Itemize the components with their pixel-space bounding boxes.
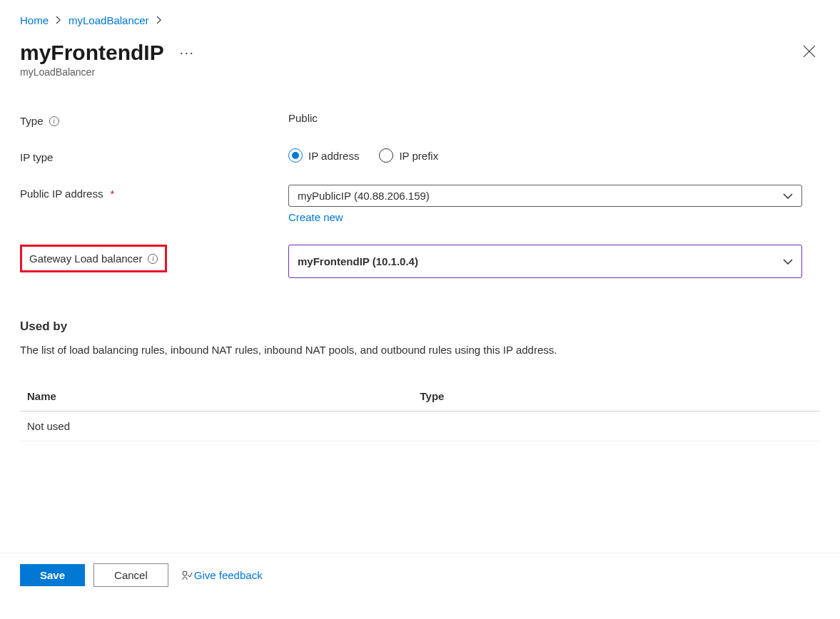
give-feedback-link[interactable]: Give feedback [181, 569, 263, 581]
more-actions-button[interactable]: ··· [177, 44, 198, 62]
used-by-table: Name Type Not used [20, 382, 820, 441]
chevron-right-icon [156, 15, 162, 26]
public-ip-label: Public IP address [20, 188, 103, 200]
table-row: Not used [20, 411, 820, 441]
ip-type-label: IP type [20, 151, 53, 163]
chevron-down-icon [783, 193, 793, 199]
gateway-label: Gateway Load balancer [29, 252, 142, 265]
table-cell-name: Not used [27, 420, 420, 432]
gateway-value: myFrontendIP (10.1.0.4) [298, 255, 418, 267]
info-icon[interactable]: i [49, 116, 59, 126]
save-button[interactable]: Save [20, 564, 85, 586]
radio-ip-address[interactable]: IP address [288, 148, 359, 163]
used-by-heading: Used by [20, 319, 820, 334]
table-header-row: Name Type [20, 382, 820, 411]
create-new-link[interactable]: Create new [288, 211, 343, 223]
type-value: Public [288, 112, 318, 124]
used-by-description: The list of load balancing rules, inboun… [20, 344, 820, 356]
page-subtitle: myLoadBalancer [20, 66, 198, 78]
table-cell-type [420, 420, 814, 432]
info-icon[interactable]: i [148, 254, 158, 264]
column-type: Type [420, 390, 814, 402]
close-button[interactable] [799, 41, 820, 64]
public-ip-value: myPublicIP (40.88.206.159) [298, 190, 430, 202]
gateway-label-highlight: Gateway Load balancer i [20, 245, 167, 272]
page-title: myFrontendIP [20, 41, 164, 65]
type-label: Type [20, 115, 44, 127]
ip-type-radio-group: IP address IP prefix [288, 148, 802, 163]
chevron-right-icon [56, 15, 61, 26]
feedback-text: Give feedback [194, 569, 263, 581]
breadcrumb-parent[interactable]: myLoadBalancer [69, 14, 149, 26]
radio-ip-address-label: IP address [308, 150, 359, 162]
radio-icon [288, 148, 303, 163]
footer-bar: Save Cancel Give feedback [0, 553, 840, 597]
radio-ip-prefix-label: IP prefix [399, 150, 438, 162]
cancel-button[interactable]: Cancel [93, 563, 168, 587]
radio-icon [379, 148, 393, 163]
column-name: Name [27, 390, 420, 402]
svg-point-0 [183, 571, 187, 575]
public-ip-select[interactable]: myPublicIP (40.88.206.159) [288, 185, 802, 207]
breadcrumb-home[interactable]: Home [20, 14, 49, 26]
gateway-select[interactable]: myFrontendIP (10.1.0.4) [288, 245, 802, 278]
required-indicator: * [110, 188, 114, 200]
close-icon [803, 45, 816, 58]
breadcrumb: Home myLoadBalancer [20, 14, 820, 26]
chevron-down-icon [783, 259, 793, 265]
radio-ip-prefix[interactable]: IP prefix [379, 148, 438, 163]
feedback-icon [181, 570, 193, 581]
